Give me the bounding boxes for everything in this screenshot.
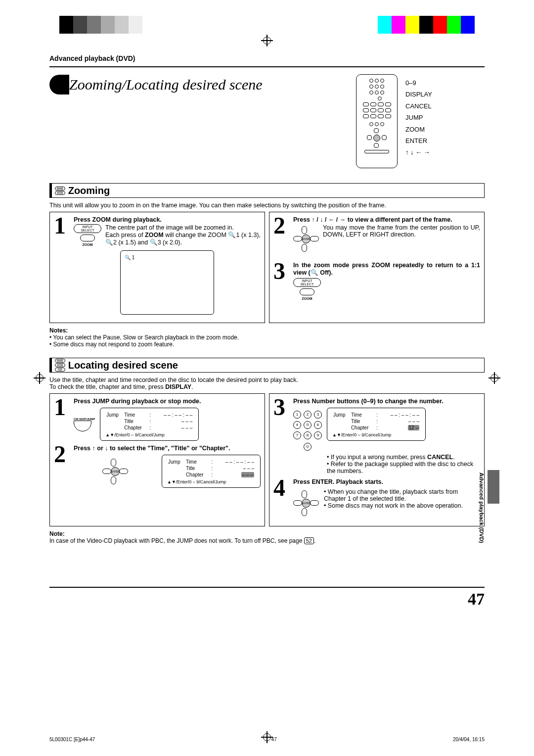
number-pad-icon: 123 456 789 0	[293, 408, 322, 451]
zoom-screen-preview: 🔍 1	[120, 250, 214, 315]
step-number-1: 1	[54, 398, 70, 441]
footer: 5L00301C [E]p44-47 47 20/4/04, 16:15	[49, 737, 485, 742]
zoom-button-icon: INPUT SELECT ZOOM	[74, 224, 101, 246]
osd-display: JumpTime:– – : – – : – – Title:– – – Cha…	[100, 408, 199, 441]
registration-mark-right	[489, 372, 500, 384]
registration-mark-left	[34, 372, 45, 384]
step-number-2: 2	[54, 445, 70, 488]
dpad-icon: ENTER	[102, 459, 128, 484]
osd-display: JumpTime:– – : – – : – – Title:– – – Cha…	[327, 408, 426, 441]
jump-button-icon: CM SKIP/JUMP	[74, 418, 95, 431]
step-number-1: 1	[54, 216, 70, 315]
locating-intro: Use the title, chapter and time recorded…	[49, 377, 485, 390]
step-number-2: 2	[273, 216, 289, 254]
header-section-label: Advanced playback (DVD)	[49, 54, 485, 62]
footer-timestamp: 20/4/04, 16:15	[453, 737, 485, 742]
step-number-3: 3	[273, 262, 289, 300]
zooming-left-column: 1 Press ZOOM during playback. INPUT SELE…	[49, 212, 265, 323]
zooming-intro: This unit will allow you to zoom in on t…	[49, 202, 485, 209]
footer-page: 47	[271, 737, 277, 742]
step-number-4: 4	[273, 478, 289, 518]
dpad-icon: ENTER	[293, 226, 319, 252]
remote-button-labels: 0–9 DISPLAY CANCEL JUMP ZOOM ENTER ↑ ↓ ←…	[405, 77, 432, 158]
zooming-notes: Notes: • You can select the Pause, Slow …	[49, 327, 485, 348]
page-content: Advanced playback (DVD) Zooming/Locating…	[49, 54, 485, 544]
step-number-3: 3	[273, 398, 289, 474]
print-color-bars	[0, 16, 534, 34]
locating-left-column: 1 Press JUMP during playback or stop mod…	[49, 393, 265, 526]
header-rule	[49, 66, 485, 67]
remote-icon	[356, 74, 398, 168]
osd-display: JumpTime:– – : – – : – – Title:– – – Cha…	[162, 455, 261, 488]
side-tab-marker	[488, 470, 499, 504]
page-title: Zooming/Locating desired scene	[49, 74, 267, 95]
dpad-icon: ENTER	[293, 490, 319, 516]
locating-note: Note: In case of the Video-CD playback w…	[49, 530, 485, 544]
zooming-heading: Zooming	[68, 184, 110, 197]
side-section-label: Advanced playback (DVD)	[479, 472, 485, 543]
zoom-button-icon: INPUT SELECT ZOOM	[293, 278, 321, 300]
section-locating-header: DVD VCD CD Locating desired scene	[49, 358, 485, 373]
zooming-right-column: 2 Press ↑ / ↓ / ← / → to view a differen…	[269, 212, 485, 323]
locating-heading: Locating desired scene	[68, 359, 178, 372]
remote-diagram: 0–9 DISPLAY CANCEL JUMP ZOOM ENTER ↑ ↓ ←…	[356, 74, 485, 173]
locating-right-column: 3 Press Number buttons (0–9) to change t…	[269, 393, 485, 526]
page-number: 47	[468, 590, 485, 609]
section-zooming-header: DVD VCD Zooming	[49, 183, 485, 198]
footer-doc-id: 5L00301C [E]p44-47	[49, 737, 95, 742]
registration-mark-top	[261, 35, 273, 47]
